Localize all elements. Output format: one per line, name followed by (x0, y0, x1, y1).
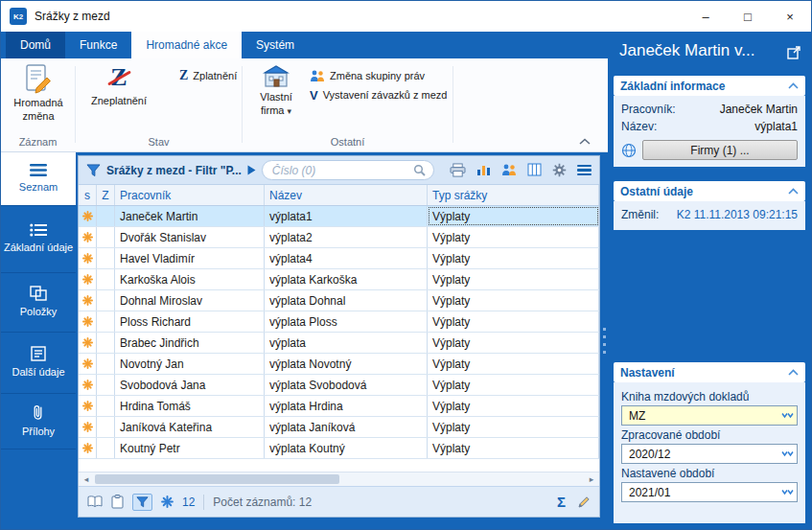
vlastni-firma-button[interactable]: Vlastní firma ▾ (248, 63, 304, 136)
pracovnik-cell[interactable]: Koutný Petr (115, 438, 265, 458)
close-button[interactable]: × (769, 1, 811, 32)
nazev-cell[interactable]: výplata Janíková (265, 417, 428, 437)
table-row[interactable]: Svobodová Jana výplata Svobodová Výplaty (79, 375, 599, 396)
typ-srazky-cell[interactable]: Výplaty (428, 375, 599, 395)
column-header-z[interactable]: Z (97, 185, 115, 205)
dropdown-icon[interactable] (781, 489, 794, 496)
dropdown-icon[interactable] (781, 412, 794, 420)
pracovnik-cell[interactable]: Janeček Martin (115, 206, 265, 226)
nazev-cell[interactable]: výplata Karkoška (265, 269, 428, 289)
nazev-cell[interactable]: výplata4 (265, 248, 428, 268)
table-row[interactable]: Janeček Martin výplata1 Výplaty (79, 206, 599, 227)
pracovnik-cell[interactable]: Janíková Kateřina (115, 417, 265, 437)
chart-icon[interactable] (476, 163, 491, 176)
scroll-left-icon[interactable]: ◂ (79, 474, 94, 484)
tab-system[interactable]: Systém (242, 32, 309, 58)
hromadna-zmena-button[interactable]: Hromadná změna (7, 63, 70, 136)
collapse-section-icon[interactable] (788, 82, 799, 89)
table-row[interactable]: Koutný Petr výplata Koutný Výplaty (79, 438, 599, 459)
search-input[interactable] (270, 163, 409, 178)
collapse-section-icon[interactable] (788, 369, 799, 376)
nazev-cell[interactable]: výplata Novotný (265, 354, 428, 374)
nazev-cell[interactable]: výplata (265, 333, 428, 353)
pracovnik-cell[interactable]: Hrdina Tomáš (115, 396, 265, 416)
kniha-combo[interactable] (621, 405, 798, 426)
typ-srazky-cell[interactable]: Výplaty (428, 206, 599, 226)
table-row[interactable]: Karkoška Alois výplata Karkoška Výplaty (79, 269, 599, 290)
pane-splitter[interactable] (600, 152, 608, 529)
column-header-pracovnik[interactable]: Pracovník (115, 185, 265, 205)
minimize-button[interactable]: – (684, 1, 727, 32)
pracovnik-cell[interactable]: Karkoška Alois (115, 269, 265, 289)
typ-srazky-cell[interactable]: Výplaty (428, 417, 599, 437)
sidebar-item-polozky[interactable]: Položky (1, 273, 76, 333)
kniha-input[interactable] (627, 408, 778, 424)
typ-srazky-cell[interactable]: Výplaty (428, 248, 599, 268)
book-view-icon[interactable] (87, 495, 103, 508)
table-row[interactable]: Dvořák Stanislav výplata2 Výplaty (79, 227, 599, 248)
print-icon[interactable] (450, 163, 466, 177)
clipboard-icon[interactable] (111, 495, 124, 509)
collapse-ribbon-icon[interactable] (579, 138, 591, 145)
search-box[interactable] (262, 160, 434, 180)
nazev-cell[interactable]: výplata1 (265, 206, 428, 226)
tab-hromadne-akce[interactable]: Hromadné akce (131, 32, 242, 58)
nazev-cell[interactable]: výplata Hrdina (265, 396, 428, 416)
gear-icon[interactable] (552, 163, 567, 177)
maximize-button[interactable]: □ (727, 1, 769, 32)
dropdown-icon[interactable] (781, 450, 794, 458)
section-header-ostatni-udaje[interactable]: Ostatní údaje (614, 181, 805, 201)
table-row[interactable]: Janíková Kateřina výplata Janíková Výpla… (79, 417, 599, 438)
nazev-cell[interactable]: výplata2 (265, 227, 428, 247)
nazev-cell[interactable]: výplata Ploss (265, 311, 428, 332)
sidebar-item-dalsi-udaje[interactable]: Další údaje (1, 333, 76, 394)
edit-pencil-icon[interactable] (577, 495, 591, 509)
sum-icon[interactable]: Σ (557, 494, 566, 510)
sidebar-item-prilohy[interactable]: Přílohy (1, 394, 76, 449)
collapse-section-icon[interactable] (788, 188, 799, 195)
pracovnik-cell[interactable]: Brabec Jindřich (115, 333, 265, 353)
section-header-nastaveni[interactable]: Nastavení (614, 362, 805, 382)
column-header-nazev[interactable]: Název (265, 185, 428, 205)
table-row[interactable]: Hrdina Tomáš výplata Hrdina Výplaty (79, 396, 599, 417)
typ-srazky-cell[interactable]: Výplaty (428, 290, 599, 311)
typ-srazky-cell[interactable]: Výplaty (428, 269, 599, 289)
pracovnik-cell[interactable]: Ploss Richard (115, 311, 265, 332)
nastavene-combo[interactable] (621, 482, 798, 502)
users-icon[interactable] (501, 163, 517, 176)
typ-srazky-cell[interactable]: Výplaty (428, 333, 599, 353)
nazev-cell[interactable]: výplata Svobodová (265, 375, 428, 395)
sidebar-item-zakladni-udaje[interactable]: Základní údaje (1, 206, 76, 273)
table-row[interactable]: Havel Vladimír výplata4 Výplaty (79, 248, 599, 269)
typ-srazky-cell[interactable]: Výplaty (428, 438, 599, 458)
table-row[interactable]: Dohnal Miroslav výplata Dohnal Výplaty (79, 290, 599, 311)
table-row[interactable]: Ploss Richard výplata Ploss Výplaty (79, 311, 599, 333)
vystaveni-zavazku-button[interactable]: V Vystavení závazků z mezd (310, 86, 448, 104)
nazev-cell[interactable]: výplata Dohnal (265, 290, 428, 311)
filter-toggle-button[interactable] (132, 494, 152, 511)
nazev-cell[interactable]: výplata Koutný (265, 438, 428, 458)
snowflake-icon[interactable] (161, 495, 174, 508)
pracovnik-cell[interactable]: Havel Vladimír (115, 248, 265, 268)
typ-srazky-cell[interactable]: Výplaty (428, 227, 599, 247)
sidebar-item-seznam[interactable]: Seznam (1, 152, 76, 206)
tab-domu[interactable]: Domů (6, 32, 65, 58)
scroll-right-icon[interactable]: ▸ (584, 474, 599, 484)
zpracovane-input[interactable] (627, 447, 778, 462)
pracovnik-cell[interactable]: Svobodová Jana (115, 375, 265, 395)
table-row[interactable]: Novotný Jan výplata Novotný Výplaty (79, 354, 599, 375)
typ-srazky-cell[interactable]: Výplaty (428, 354, 599, 374)
scrollbar-thumb[interactable] (95, 474, 339, 484)
zneplatneni-button[interactable]: Z Zneplatnění (83, 63, 154, 136)
columns-icon[interactable] (527, 163, 542, 176)
play-icon[interactable] (247, 165, 256, 175)
typ-srazky-cell[interactable]: Výplaty (428, 396, 599, 416)
table-row[interactable]: Brabec Jindřich výplata Výplaty (79, 333, 599, 354)
zplatneni-button[interactable]: Z Zplatnění (179, 67, 237, 84)
tab-funkce[interactable]: Funkce (65, 32, 131, 58)
column-header-typ-srazky[interactable]: Typ srážky (428, 185, 599, 205)
typ-srazky-cell[interactable]: Výplaty (428, 311, 599, 332)
zmena-skupiny-prav-button[interactable]: Změna skupiny práv (310, 67, 425, 84)
popout-icon[interactable] (787, 45, 801, 59)
grid-menu-icon[interactable] (577, 163, 592, 178)
